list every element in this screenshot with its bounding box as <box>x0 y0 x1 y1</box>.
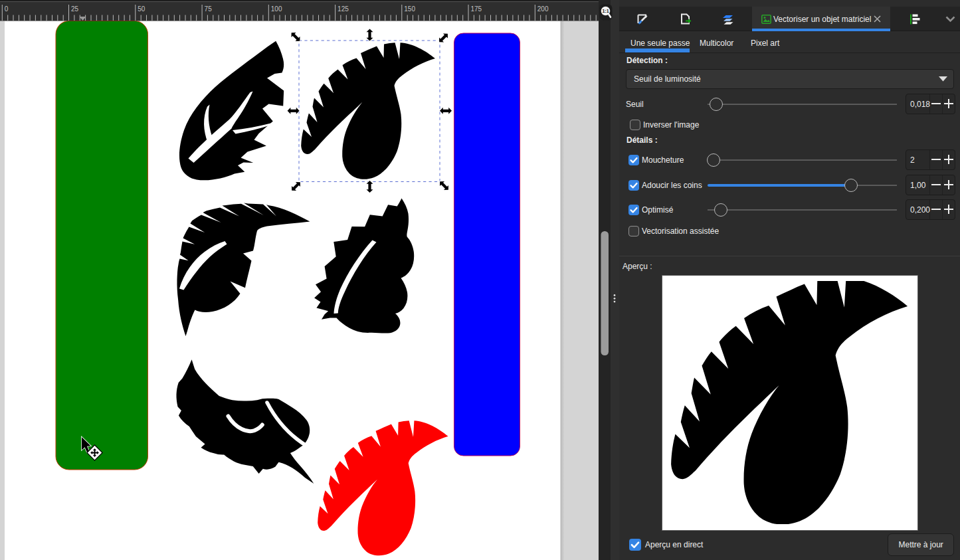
svg-text:1:1: 1:1 <box>602 9 609 13</box>
svg-text:50: 50 <box>138 5 145 13</box>
svg-text:150: 150 <box>404 5 415 13</box>
svg-text:200: 200 <box>537 5 549 13</box>
svg-text:75: 75 <box>205 5 213 13</box>
svg-text:125: 125 <box>337 5 349 13</box>
svg-text:0: 0 <box>5 5 9 13</box>
svg-text:175: 175 <box>471 5 482 13</box>
svg-text:25: 25 <box>71 5 79 13</box>
svg-text:100: 100 <box>271 5 282 13</box>
